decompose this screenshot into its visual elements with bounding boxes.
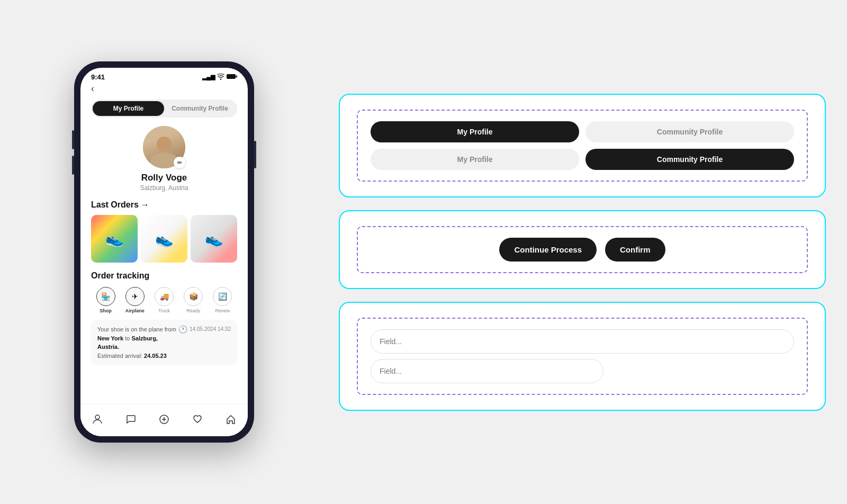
status-bar: 9:41 ▂▄▆	[80, 68, 248, 83]
clock-icon: 🕐	[178, 325, 187, 334]
step-truck-label: Truck	[158, 308, 170, 313]
fields-container	[371, 329, 794, 383]
estimated-label: Estimated arrival:	[97, 353, 144, 359]
svg-point-2	[95, 415, 100, 419]
step-airplane: ✈ Airplane	[120, 287, 149, 313]
profile-name: Rolly Voge	[141, 173, 187, 183]
last-orders-header: Last Orders →	[91, 200, 237, 210]
svg-rect-0	[227, 74, 236, 79]
info-city-from: New York	[97, 335, 123, 341]
step-shop: 🏪 Shop	[91, 287, 120, 313]
bottom-nav	[80, 404, 248, 436]
order-item-1[interactable]: 👟	[91, 215, 138, 263]
last-orders-arrow: →	[141, 200, 149, 210]
back-button[interactable]: ‹	[91, 83, 237, 94]
orders-grid: 👟 👟 👟	[91, 215, 237, 263]
last-orders-title: Last Orders	[91, 200, 139, 210]
action-buttons-row: Continue Process Confirm	[371, 238, 794, 262]
ready-icon: 📦	[184, 287, 203, 306]
community-profile-tab[interactable]: Community Profile	[164, 101, 236, 116]
tracking-steps: 🏪 Shop ✈ Airplane 🚚 Truck 📦 Ready	[91, 287, 237, 313]
panel-my-profile-light[interactable]: My Profile	[371, 149, 579, 170]
airplane-icon: ✈	[125, 287, 145, 306]
status-icons: ▂▄▆	[202, 74, 237, 81]
panel-my-profile-dark[interactable]: My Profile	[371, 121, 579, 142]
step-renew: 🔄 Renew	[208, 287, 237, 313]
phone-frame: 9:41 ▂▄▆ ‹ My Profile C	[74, 61, 254, 443]
continue-process-button[interactable]: Continue Process	[499, 238, 597, 262]
field-2[interactable]	[371, 359, 603, 383]
vol-down-btn	[72, 156, 74, 175]
nav-home[interactable]	[221, 410, 240, 429]
panel-actions: Continue Process Confirm	[339, 210, 826, 289]
panels-area: My Profile Community Profile My Profile …	[328, 0, 847, 504]
step-airplane-label: Airplane	[125, 308, 145, 313]
nav-add[interactable]	[155, 410, 174, 429]
phone-screen: 9:41 ▂▄▆ ‹ My Profile C	[80, 68, 248, 436]
svg-rect-1	[236, 76, 238, 78]
pencil-icon: ✏	[177, 159, 182, 166]
status-time: 9:41	[91, 73, 105, 81]
tracking-timestamp: 14.05.2024 14:32	[190, 325, 231, 333]
avatar-section: ✏ Rolly Voge Salzburg, Austria	[91, 126, 237, 192]
renew-icon: 🔄	[213, 287, 232, 306]
truck-icon: 🚚	[155, 287, 174, 306]
toggle-row-1: My Profile Community Profile	[371, 121, 794, 142]
panel-fields-inner	[357, 318, 808, 395]
step-renew-label: Renew	[215, 308, 230, 313]
order-item-3[interactable]: 👟	[191, 215, 237, 263]
estimated-date: 24.05.23	[144, 353, 167, 359]
order-item-2[interactable]: 👟	[141, 215, 187, 263]
step-ready: 📦 Ready	[179, 287, 208, 313]
panel-actions-inner: Continue Process Confirm	[357, 226, 808, 273]
vol-up-btn	[72, 130, 74, 149]
panel-community-profile-dark[interactable]: Community Profile	[585, 149, 794, 170]
step-truck: 🚚 Truck	[149, 287, 178, 313]
tracking-info-box: Your shoe is on the plane from New York …	[91, 320, 237, 365]
panel-community-profile-light[interactable]: Community Profile	[585, 121, 794, 142]
profile-toggle[interactable]: My Profile Community Profile	[91, 100, 237, 118]
confirm-button[interactable]: Confirm	[605, 238, 665, 262]
order-tracking-title: Order tracking	[91, 271, 237, 281]
nav-messages[interactable]	[121, 410, 140, 429]
my-profile-tab[interactable]: My Profile	[93, 101, 164, 116]
edit-avatar-button[interactable]: ✏	[174, 157, 185, 168]
toggle-row-2: My Profile Community Profile	[371, 149, 794, 170]
nav-favorites[interactable]	[188, 410, 207, 429]
step-ready-label: Ready	[186, 308, 200, 313]
panel-fields	[339, 302, 826, 411]
power-btn	[254, 141, 256, 168]
profile-location: Salzburg, Austria	[140, 184, 188, 192]
phone-content: ‹ My Profile Community Profile ✏	[80, 83, 248, 404]
tracking-info-text: Your shoe is on the plane from New York …	[97, 325, 178, 360]
panel-toggle: My Profile Community Profile My Profile …	[339, 94, 826, 197]
nav-profile[interactable]	[88, 410, 107, 429]
info-before: Your shoe is on the plane from	[97, 326, 176, 332]
panel-toggle-inner: My Profile Community Profile My Profile …	[357, 110, 808, 182]
field-1[interactable]	[371, 329, 794, 354]
battery-icon	[227, 74, 237, 80]
step-shop-label: Shop	[100, 308, 112, 313]
shop-icon: 🏪	[96, 287, 115, 306]
signal-icon: ▂▄▆	[202, 74, 215, 80]
info-mid: to	[125, 335, 131, 341]
wifi-icon	[217, 74, 224, 81]
phone-mockup: 9:41 ▂▄▆ ‹ My Profile C	[0, 0, 328, 504]
